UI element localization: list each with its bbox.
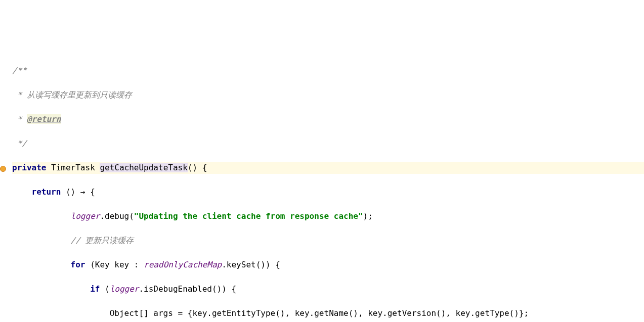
code-line-highlighted[interactable]: private TimerTask getCacheUpdateTask() { bbox=[12, 162, 644, 174]
javadoc-start: /** bbox=[12, 66, 27, 75]
code-line[interactable]: for (Key key : readOnlyCacheMap.keySet()… bbox=[12, 259, 644, 271]
string-literal: "Updating the client cache from response… bbox=[134, 211, 363, 221]
field-logger: logger bbox=[110, 284, 139, 294]
method-call: .debug( bbox=[100, 211, 134, 221]
indent bbox=[12, 211, 71, 221]
type-name: TimerTask bbox=[46, 163, 100, 172]
field-readonly-map: readOnlyCacheMap bbox=[144, 260, 222, 269]
line-comment: // 更新只读缓存 bbox=[71, 236, 134, 245]
lambda-arrow: () → { bbox=[61, 187, 95, 197]
code-line[interactable]: /** bbox=[12, 65, 644, 77]
indent bbox=[12, 187, 32, 197]
keyword-if: if bbox=[90, 284, 100, 294]
keyword-for: for bbox=[71, 260, 85, 269]
indent bbox=[12, 236, 71, 245]
warning-dot-icon bbox=[0, 166, 6, 172]
code-line[interactable]: // 更新只读缓存 bbox=[12, 235, 644, 247]
variable-declaration: Object[] args = {key.getEntityType(), ke… bbox=[110, 308, 529, 318]
line-end: .isDebugEnabled()) { bbox=[139, 284, 236, 294]
javadoc-text: 从读写缓存里更新到只读缓存 bbox=[27, 90, 132, 100]
javadoc-end: */ bbox=[12, 139, 27, 148]
code-line[interactable]: if (logger.isDebugEnabled()) { bbox=[12, 283, 644, 295]
indent bbox=[12, 260, 71, 269]
code-line[interactable]: Object[] args = {key.getEntityType(), ke… bbox=[12, 307, 644, 319]
code-line[interactable]: */ bbox=[12, 137, 644, 150]
line-end: .keySet()) { bbox=[222, 260, 280, 269]
code-line[interactable]: return () → { bbox=[12, 186, 644, 198]
if-open: ( bbox=[100, 284, 109, 294]
field-logger: logger bbox=[71, 211, 100, 221]
javadoc-prefix: * bbox=[12, 90, 27, 100]
line-end: ); bbox=[363, 211, 373, 221]
indent bbox=[12, 284, 90, 294]
keyword-return: return bbox=[32, 187, 61, 197]
method-declaration: getCacheUpdateTask bbox=[100, 163, 187, 172]
keyword-private: private bbox=[12, 163, 46, 172]
code-line[interactable]: logger.debug("Updating the client cache … bbox=[12, 210, 644, 222]
code-line[interactable]: * @return bbox=[12, 113, 644, 125]
javadoc-prefix: * bbox=[12, 114, 27, 124]
indent bbox=[12, 308, 110, 318]
code-line[interactable]: * 从读写缓存里更新到只读缓存 bbox=[12, 89, 644, 101]
javadoc-return-tag: @return bbox=[27, 114, 61, 124]
warning-gutter-icon[interactable] bbox=[0, 163, 8, 171]
method-params: () { bbox=[188, 163, 207, 172]
for-params: (Key key : bbox=[85, 260, 144, 269]
code-editor[interactable]: /** * 从读写缓存里更新到只读缓存 * @return */ private… bbox=[0, 49, 644, 322]
